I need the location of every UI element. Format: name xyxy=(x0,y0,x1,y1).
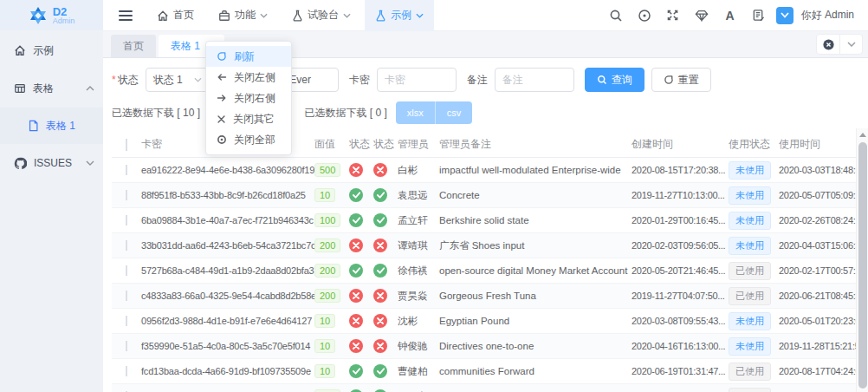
value-badge: 100 xyxy=(314,213,340,227)
focus-mode-icon[interactable] xyxy=(633,4,656,27)
row-checkbox[interactable] xyxy=(126,341,127,351)
csv-download-button-disabled[interactable]: csv xyxy=(435,101,473,124)
cell-admin-note: Concrete xyxy=(439,190,632,200)
app-logo[interactable]: D2 Admin xyxy=(0,0,103,30)
fullscreen-icon[interactable] xyxy=(662,4,684,27)
value-badge: 500 xyxy=(314,163,340,177)
select-all-checkbox[interactable] xyxy=(126,139,127,151)
status-icon-2 xyxy=(373,213,387,227)
table-body: ea916222-8e94-4e6e-b438-6a3096280f19 500… xyxy=(112,158,856,392)
nav-item-home-label: 首页 xyxy=(173,8,194,23)
status-icon-1 xyxy=(349,264,363,278)
tab-table1-label: 表格 1 xyxy=(171,39,200,54)
row-checkbox[interactable] xyxy=(126,366,127,376)
chevron-down-icon xyxy=(260,13,268,18)
table-row[interactable]: ea916222-8e94-4e6e-b438-6a3096280f19 500… xyxy=(112,158,856,183)
note-input[interactable] xyxy=(495,68,574,92)
row-checkbox[interactable] xyxy=(126,240,127,251)
table-row[interactable]: fcd13baa-dcda-4a66-91d9-bf109735509e 10 … xyxy=(112,359,856,384)
cell-created-time: 2020-03-08T09:55:43... xyxy=(632,316,729,326)
home-icon xyxy=(157,10,169,22)
hamburger-menu-icon[interactable] xyxy=(113,3,138,28)
row-checkbox[interactable] xyxy=(126,316,127,326)
context-menu-close-all[interactable]: 关闭全部 xyxy=(206,129,291,150)
nav-item-functions[interactable]: 功能 xyxy=(208,0,278,31)
cell-admin-note: Directives one-to-one xyxy=(439,341,632,351)
cell-used-time: 2020-02-26T08:24:13... xyxy=(779,215,862,225)
row-checkbox[interactable] xyxy=(126,190,127,200)
status-icon-2 xyxy=(373,289,387,303)
table-row[interactable]: 88f951f8-b533-43bb-8c9f-b26cd18f0a25 10 … xyxy=(112,183,856,208)
nav-item-lab[interactable]: 试验台 xyxy=(282,0,361,31)
font-size-icon[interactable]: A xyxy=(719,4,742,27)
sidebar-item-table1[interactable]: 表格 1 xyxy=(0,108,103,144)
usage-status-badge: 未使用 xyxy=(729,212,771,230)
cell-created-time: 2020-04-16T16:13:00... xyxy=(632,341,729,351)
cell-created-time: 2020-06-19T01:31:47... xyxy=(632,366,729,376)
tab-controls xyxy=(816,34,863,55)
user-greeting[interactable]: 你好 Admin xyxy=(801,8,854,23)
cell-kami: 5727b68a-c484-49d1-a1b9-2daa8d02bfa3 xyxy=(141,265,314,276)
search-button[interactable]: 查询 xyxy=(585,68,645,92)
status-icon-1 xyxy=(349,339,363,353)
user-avatar[interactable] xyxy=(776,7,794,24)
cell-admin: 沈彬 xyxy=(398,315,439,328)
reset-button[interactable]: 重置 xyxy=(651,68,711,92)
cell-used-time: 2020-04-03T15:06:31... xyxy=(779,240,862,251)
cell-admin-note: impactful well-modulated Enterprise-wide xyxy=(439,165,632,175)
table-row[interactable]: 5727b68a-c484-49d1-a1b9-2daa8d02bfa3 200… xyxy=(112,258,856,284)
row-checkbox[interactable] xyxy=(126,165,127,175)
close-all-tabs-button[interactable] xyxy=(817,34,839,55)
note-field-label: 备注 xyxy=(467,73,488,88)
table-row[interactable]: 33b031dd-aa6d-4243-b6eb-54ca3721bc7c 200… xyxy=(112,233,856,258)
sidebar-item-table[interactable]: 表格 xyxy=(0,69,103,108)
table-row[interactable]: c4833a83-66a0-4325-9e54-4cabd8d2b58e 200… xyxy=(112,284,856,309)
table-row[interactable]: ca35cda6-ae68-48c9-b693-c2f781204d02 500… xyxy=(112,384,856,392)
row-checkbox[interactable] xyxy=(126,265,127,276)
context-menu-close-others[interactable]: 关闭其它 xyxy=(206,108,291,129)
row-checkbox[interactable] xyxy=(126,291,127,301)
context-menu-refresh[interactable]: 刷新 xyxy=(206,46,291,67)
value-badge: 10 xyxy=(314,314,335,328)
table-row[interactable]: 6ba09884-3b1e-40a7-a7ec-f721b946343c 100… xyxy=(112,208,856,233)
sidebar-item-issues[interactable]: ISSUES xyxy=(0,144,103,182)
row-checkbox[interactable] xyxy=(126,215,127,225)
usage-status-badge: 已使用 xyxy=(729,262,771,280)
table-scrollbar[interactable] xyxy=(856,128,868,392)
table-row[interactable]: f359990e-51a5-4c0a-80c5-3a5c70e5f014 10 … xyxy=(112,334,856,359)
cell-admin-note: Egyptian Pound xyxy=(439,316,632,326)
cell-admin: 贾昊焱 xyxy=(398,290,439,303)
chevron-down-icon xyxy=(781,12,789,18)
sidebar-item-demo[interactable]: 示例 xyxy=(0,31,103,69)
cell-admin: 钟俊驰 xyxy=(398,340,439,353)
kami-input[interactable] xyxy=(377,68,457,92)
table-row[interactable]: 0956f2d3-988d-4d1e-b91f-e7e6e4d64127 10 … xyxy=(112,309,856,334)
status-icon-1 xyxy=(349,314,363,328)
log-icon[interactable] xyxy=(748,4,770,27)
scrollbar-thumb[interactable] xyxy=(858,142,867,389)
cell-used-time: 2020-05-07T05:09:19... xyxy=(779,190,862,200)
xlsx-download-button-disabled[interactable]: xlsx xyxy=(396,101,435,124)
logo-subtitle: Admin xyxy=(53,17,75,25)
nav-item-demo[interactable]: 示例 xyxy=(365,0,434,31)
cell-kami: 88f951f8-b533-43bb-8c9f-b26cd18f0a25 xyxy=(141,190,314,200)
chevron-down-icon xyxy=(86,160,94,166)
nav-item-home[interactable]: 首页 xyxy=(146,0,204,31)
tab-home[interactable]: 首页 xyxy=(111,35,156,57)
theme-icon[interactable] xyxy=(690,4,713,27)
cell-created-time: 2020-05-20T21:46:45... xyxy=(632,265,729,276)
cell-kami: 33b031dd-aa6d-4243-b6eb-54ca3721bc7c xyxy=(141,240,314,251)
usage-status-badge: 未使用 xyxy=(729,312,771,330)
home-icon xyxy=(14,44,26,56)
tab-options-dropdown[interactable] xyxy=(839,34,862,55)
col-header-created: 创建时间 xyxy=(632,137,729,152)
status-select[interactable]: 状态 1 xyxy=(146,68,210,92)
col-header-admin: 管理员 xyxy=(398,137,439,152)
tab-home-label: 首页 xyxy=(123,39,144,54)
search-icon[interactable] xyxy=(605,4,627,27)
value-badge: 200 xyxy=(314,264,340,278)
scrollbar-up-arrow[interactable] xyxy=(857,128,868,140)
col-header-used-time: 使用时间 xyxy=(779,137,862,152)
context-menu-close-left[interactable]: 关闭左侧 xyxy=(206,67,291,88)
context-menu-close-right[interactable]: 关闭右侧 xyxy=(206,88,291,108)
